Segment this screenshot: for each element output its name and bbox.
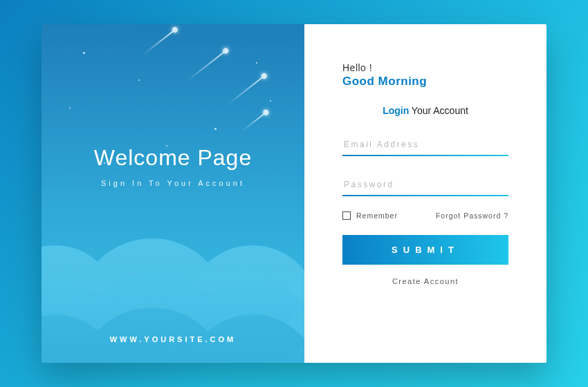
login-heading-accent: Login: [383, 105, 409, 116]
login-form-panel: Hello ! Good Morning Login Your Account …: [304, 24, 546, 363]
welcome-subtitle: Sign In To Your Account: [69, 179, 277, 187]
welcome-panel: Welcome Page Sign In To Your Account WWW…: [42, 24, 304, 363]
greeting-line-1: Hello !: [342, 62, 508, 73]
login-heading-rest: Your Account: [409, 105, 468, 116]
site-url: WWW.YOURSITE.COM: [69, 335, 277, 343]
checkbox-icon: [342, 211, 351, 220]
remember-checkbox[interactable]: Remember: [342, 211, 398, 220]
email-field[interactable]: [342, 134, 508, 156]
remember-label: Remember: [356, 211, 398, 220]
login-card: Welcome Page Sign In To Your Account WWW…: [42, 24, 546, 363]
greeting-line-2: Good Morning: [342, 75, 508, 88]
create-account-link[interactable]: Create Account: [342, 277, 508, 285]
welcome-title: Welcome Page: [69, 145, 277, 171]
login-heading: Login Your Account: [342, 105, 508, 116]
forgot-password-link[interactable]: Forgot Password ?: [436, 211, 508, 220]
submit-button[interactable]: SUBMIT: [342, 235, 508, 265]
password-field[interactable]: [342, 174, 508, 196]
